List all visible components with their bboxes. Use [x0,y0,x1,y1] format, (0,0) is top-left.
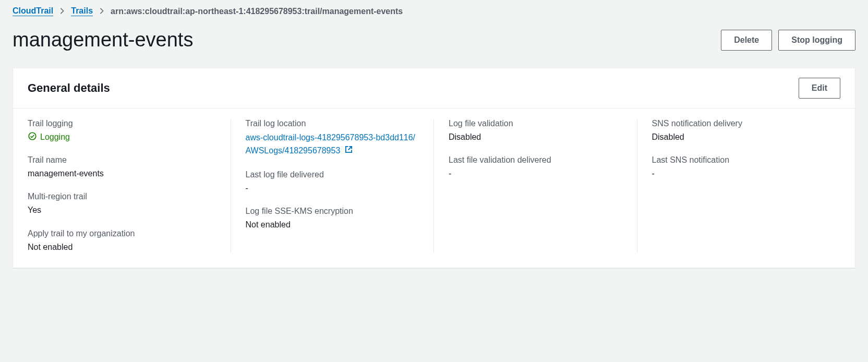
breadcrumb: CloudTrail Trails arn:aws:cloudtrail:ap-… [13,6,855,16]
general-details-card: General details Edit Trail logging Loggi… [13,68,855,268]
stop-logging-button[interactable]: Stop logging [778,30,855,51]
log-location-label: Trail log location [246,119,419,128]
last-sns-value: - [652,168,841,179]
page-title: management-events [13,29,193,51]
multi-region-label: Multi-region trail [28,192,216,201]
trail-name-label: Trail name [28,155,216,165]
details-col-1: Trail logging Logging Trail name managem… [28,119,231,253]
log-file-validation-label: Log file validation [449,119,622,128]
details-col-2: Trail log location aws-cloudtrail-logs-4… [231,119,435,253]
details-col-4: SNS notification delivery Disabled Last … [637,119,841,253]
log-file-validation-value: Disabled [449,131,622,143]
details-col-3: Log file validation Disabled Last file v… [434,119,637,253]
sns-notification-value: Disabled [652,131,841,143]
status-badge: Logging [28,131,70,143]
last-log-delivered-value: - [246,183,419,194]
last-sns-label: Last SNS notification [652,155,841,165]
last-log-delivered-label: Last log file delivered [246,170,419,179]
trail-name-value: management-events [28,168,216,179]
edit-button[interactable]: Edit [799,78,840,99]
sns-notification-label: SNS notification delivery [652,119,841,128]
external-link-icon [345,144,353,158]
trail-logging-label: Trail logging [28,119,216,128]
apply-org-label: Apply trail to my organization [28,229,216,238]
trail-logging-status: Logging [40,132,70,142]
breadcrumb-trails-link[interactable]: Trails [71,6,93,16]
multi-region-value: Yes [28,204,216,216]
card-title: General details [28,81,110,95]
breadcrumb-cloudtrail-link[interactable]: CloudTrail [13,6,53,16]
check-circle-icon [28,131,37,143]
last-validation-delivered-label: Last file validation delivered [449,155,622,165]
chevron-right-icon [99,7,104,16]
log-location-value: aws-cloudtrail-logs-418295678953-bd3dd11… [246,133,416,155]
breadcrumb-current: arn:aws:cloudtrail:ap-northeast-1:418295… [111,7,403,16]
sse-kms-label: Log file SSE-KMS encryption [246,207,419,216]
svg-point-0 [29,132,36,140]
chevron-right-icon [59,7,65,16]
log-location-link[interactable]: aws-cloudtrail-logs-418295678953-bd3dd11… [246,133,416,155]
apply-org-value: Not enabled [28,242,216,253]
last-validation-delivered-value: - [449,168,622,179]
delete-button[interactable]: Delete [721,30,772,51]
sse-kms-value: Not enabled [246,219,419,231]
